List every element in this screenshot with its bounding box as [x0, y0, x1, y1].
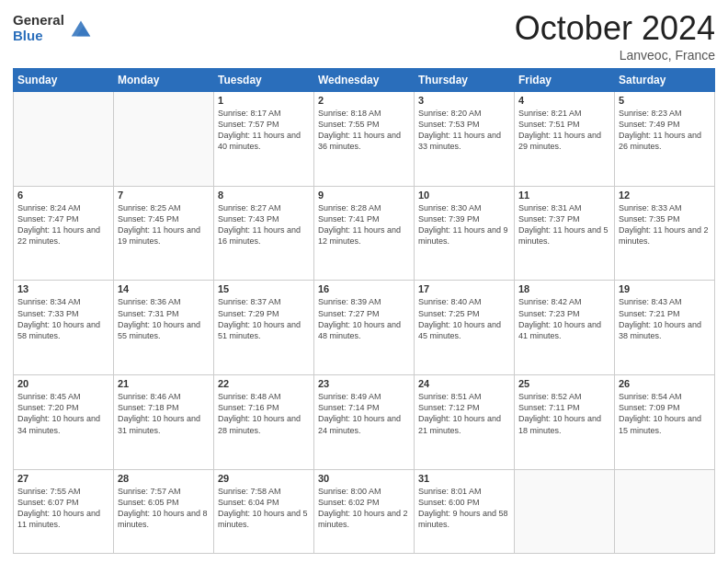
day-info: Sunrise: 8:46 AMSunset: 7:18 PMDaylight:…	[118, 391, 210, 436]
table-row: 12Sunrise: 8:33 AMSunset: 7:35 PMDayligh…	[615, 186, 715, 281]
day-info: Sunrise: 8:27 AMSunset: 7:43 PMDaylight:…	[218, 202, 310, 247]
day-info: Sunrise: 8:23 AMSunset: 7:49 PMDaylight:…	[619, 108, 711, 153]
table-row: 26Sunrise: 8:54 AMSunset: 7:09 PMDayligh…	[615, 375, 715, 470]
table-row: 5Sunrise: 8:23 AMSunset: 7:49 PMDaylight…	[615, 92, 715, 187]
day-number: 4	[518, 95, 610, 106]
day-info: Sunrise: 8:01 AMSunset: 6:00 PMDaylight:…	[418, 486, 510, 531]
day-info: Sunrise: 8:18 AMSunset: 7:55 PMDaylight:…	[318, 108, 410, 153]
table-row: 31Sunrise: 8:01 AMSunset: 6:00 PMDayligh…	[415, 469, 515, 553]
day-number: 21	[118, 378, 210, 389]
day-info: Sunrise: 8:34 AMSunset: 7:33 PMDaylight:…	[17, 296, 109, 341]
day-info: Sunrise: 7:57 AMSunset: 6:05 PMDaylight:…	[118, 486, 210, 531]
table-row: 9Sunrise: 8:28 AMSunset: 7:41 PMDaylight…	[314, 186, 415, 281]
logo-blue: Blue	[13, 29, 64, 44]
table-row: 29Sunrise: 7:58 AMSunset: 6:04 PMDayligh…	[214, 469, 314, 553]
day-number: 26	[619, 378, 711, 389]
day-info: Sunrise: 8:36 AMSunset: 7:31 PMDaylight:…	[118, 296, 210, 341]
day-number: 1	[218, 95, 310, 106]
day-info: Sunrise: 8:42 AMSunset: 7:23 PMDaylight:…	[518, 296, 610, 341]
day-info: Sunrise: 8:43 AMSunset: 7:21 PMDaylight:…	[619, 296, 711, 341]
day-info: Sunrise: 8:33 AMSunset: 7:35 PMDaylight:…	[619, 202, 711, 247]
day-number: 13	[17, 283, 109, 294]
col-wednesday: Wednesday	[314, 69, 415, 92]
table-row: 4Sunrise: 8:21 AMSunset: 7:51 PMDaylight…	[515, 92, 615, 187]
day-number: 11	[518, 190, 610, 201]
day-info: Sunrise: 8:21 AMSunset: 7:51 PMDaylight:…	[518, 108, 610, 153]
table-row	[515, 469, 615, 553]
table-row: 15Sunrise: 8:37 AMSunset: 7:29 PMDayligh…	[214, 281, 314, 375]
table-row: 24Sunrise: 8:51 AMSunset: 7:12 PMDayligh…	[415, 375, 515, 470]
day-info: Sunrise: 8:30 AMSunset: 7:39 PMDaylight:…	[418, 202, 510, 247]
table-row: 27Sunrise: 7:55 AMSunset: 6:07 PMDayligh…	[14, 469, 114, 553]
day-info: Sunrise: 8:20 AMSunset: 7:53 PMDaylight:…	[418, 108, 510, 153]
table-row	[114, 92, 214, 187]
day-number: 3	[418, 95, 510, 106]
day-number: 6	[17, 190, 109, 201]
calendar-page: General Blue October 2024 Lanveoc, Franc…	[0, 0, 728, 563]
day-info: Sunrise: 8:00 AMSunset: 6:02 PMDaylight:…	[318, 486, 410, 531]
table-row: 1Sunrise: 8:17 AMSunset: 7:57 PMDaylight…	[214, 92, 314, 187]
col-tuesday: Tuesday	[214, 69, 314, 92]
day-number: 27	[17, 473, 109, 484]
table-row	[615, 469, 715, 553]
table-row: 6Sunrise: 8:24 AMSunset: 7:47 PMDaylight…	[14, 186, 114, 281]
day-info: Sunrise: 8:39 AMSunset: 7:27 PMDaylight:…	[318, 296, 410, 341]
col-saturday: Saturday	[615, 69, 715, 92]
table-row: 30Sunrise: 8:00 AMSunset: 6:02 PMDayligh…	[314, 469, 415, 553]
day-number: 19	[619, 283, 711, 294]
day-number: 20	[17, 378, 109, 389]
table-row: 22Sunrise: 8:48 AMSunset: 7:16 PMDayligh…	[214, 375, 314, 470]
day-info: Sunrise: 8:40 AMSunset: 7:25 PMDaylight:…	[418, 296, 510, 341]
table-row: 13Sunrise: 8:34 AMSunset: 7:33 PMDayligh…	[14, 281, 114, 375]
day-number: 14	[118, 283, 210, 294]
day-info: Sunrise: 8:37 AMSunset: 7:29 PMDaylight:…	[218, 296, 310, 341]
day-info: Sunrise: 7:55 AMSunset: 6:07 PMDaylight:…	[17, 486, 109, 531]
day-info: Sunrise: 8:28 AMSunset: 7:41 PMDaylight:…	[318, 202, 410, 247]
day-number: 9	[318, 190, 410, 201]
table-row: 16Sunrise: 8:39 AMSunset: 7:27 PMDayligh…	[314, 281, 415, 375]
title-location: Lanveoc, France	[515, 48, 715, 63]
day-info: Sunrise: 8:31 AMSunset: 7:37 PMDaylight:…	[518, 202, 610, 247]
day-number: 29	[218, 473, 310, 484]
day-info: Sunrise: 8:52 AMSunset: 7:11 PMDaylight:…	[518, 391, 610, 436]
day-info: Sunrise: 8:25 AMSunset: 7:45 PMDaylight:…	[118, 202, 210, 247]
day-info: Sunrise: 8:17 AMSunset: 7:57 PMDaylight:…	[218, 108, 310, 153]
day-number: 22	[218, 378, 310, 389]
col-sunday: Sunday	[14, 69, 114, 92]
table-row: 28Sunrise: 7:57 AMSunset: 6:05 PMDayligh…	[114, 469, 214, 553]
day-number: 2	[318, 95, 410, 106]
logo: General Blue	[13, 13, 94, 43]
logo-general: General	[13, 13, 64, 29]
table-row: 7Sunrise: 8:25 AMSunset: 7:45 PMDaylight…	[114, 186, 214, 281]
table-row: 14Sunrise: 8:36 AMSunset: 7:31 PMDayligh…	[114, 281, 214, 375]
day-info: Sunrise: 8:24 AMSunset: 7:47 PMDaylight:…	[17, 202, 109, 247]
table-row: 8Sunrise: 8:27 AMSunset: 7:43 PMDaylight…	[214, 186, 314, 281]
day-number: 30	[318, 473, 410, 484]
day-number: 16	[318, 283, 410, 294]
calendar-table: Sunday Monday Tuesday Wednesday Thursday…	[13, 68, 715, 554]
header-row: Sunday Monday Tuesday Wednesday Thursday…	[14, 69, 715, 92]
day-number: 17	[418, 283, 510, 294]
day-info: Sunrise: 8:54 AMSunset: 7:09 PMDaylight:…	[619, 391, 711, 436]
day-number: 24	[418, 378, 510, 389]
table-row: 23Sunrise: 8:49 AMSunset: 7:14 PMDayligh…	[314, 375, 415, 470]
col-friday: Friday	[515, 69, 615, 92]
table-row: 11Sunrise: 8:31 AMSunset: 7:37 PMDayligh…	[515, 186, 615, 281]
title-month: October 2024	[515, 9, 715, 48]
col-monday: Monday	[114, 69, 214, 92]
day-number: 15	[218, 283, 310, 294]
day-number: 25	[518, 378, 610, 389]
day-number: 8	[218, 190, 310, 201]
col-thursday: Thursday	[415, 69, 515, 92]
table-row: 18Sunrise: 8:42 AMSunset: 7:23 PMDayligh…	[515, 281, 615, 375]
table-row: 2Sunrise: 8:18 AMSunset: 7:55 PMDaylight…	[314, 92, 415, 187]
day-number: 10	[418, 190, 510, 201]
logo-text: General Blue	[13, 13, 64, 43]
day-number: 12	[619, 190, 711, 201]
day-number: 31	[418, 473, 510, 484]
header: General Blue October 2024 Lanveoc, Franc…	[13, 9, 715, 63]
table-row: 19Sunrise: 8:43 AMSunset: 7:21 PMDayligh…	[615, 281, 715, 375]
day-info: Sunrise: 8:45 AMSunset: 7:20 PMDaylight:…	[17, 391, 109, 436]
day-info: Sunrise: 8:51 AMSunset: 7:12 PMDaylight:…	[418, 391, 510, 436]
table-row: 10Sunrise: 8:30 AMSunset: 7:39 PMDayligh…	[415, 186, 515, 281]
